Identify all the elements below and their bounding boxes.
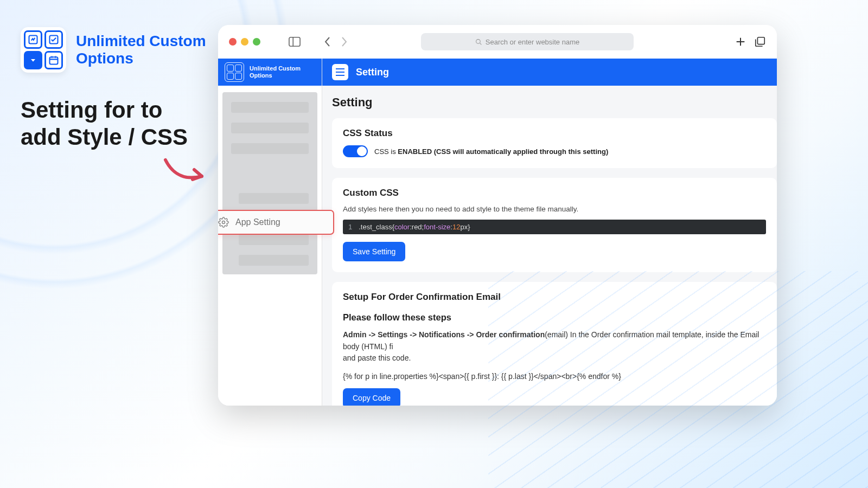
sidebar-item-placeholder <box>231 102 309 113</box>
address-bar[interactable]: Search or enter website name <box>421 33 634 50</box>
main-header: Setting <box>322 59 777 86</box>
steps-heading: Please follow these steps <box>343 312 766 323</box>
maximize-dot[interactable] <box>253 38 260 46</box>
sidebar-item-placeholder <box>239 255 309 266</box>
card-title: CSS Status <box>343 128 766 139</box>
arrow-icon <box>163 157 212 190</box>
page-heading: Setting <box>332 95 777 110</box>
gear-icon <box>218 217 229 228</box>
app-logo <box>21 27 66 73</box>
sidebar-toggle-icon[interactable] <box>289 36 301 47</box>
new-tab-button[interactable] <box>735 36 746 48</box>
browser-toolbar: Search or enter website name <box>218 25 777 59</box>
code-content: .test_class{color:red;font-size:12px} <box>359 223 470 231</box>
promo-headline: Setting for to add Style / CSS <box>21 97 188 151</box>
minimize-dot[interactable] <box>241 38 248 46</box>
sidebar-item-app-setting[interactable]: App Setting <box>218 210 334 235</box>
sidebar-item-placeholder <box>239 234 309 245</box>
card-subtitle: Add styles here then you no need to add … <box>343 205 766 213</box>
promo-title: Unlimited Custom Options <box>76 33 206 67</box>
forward-button[interactable] <box>340 36 348 47</box>
browser-window: Search or enter website name Unlimited C… <box>218 25 777 406</box>
svg-point-5 <box>476 39 480 43</box>
css-status-text: CSS is ENABLED (CSS will automatically a… <box>374 147 608 156</box>
css-status-toggle[interactable] <box>343 145 368 157</box>
sidebar-logo-icon <box>225 62 244 82</box>
card-css-status: CSS Status CSS is ENABLED (CSS will auto… <box>332 118 777 168</box>
svg-rect-3 <box>289 37 300 47</box>
back-button[interactable] <box>323 36 332 47</box>
logo-cell-upload-icon <box>24 30 42 49</box>
sidebar: Unlimited Custom Options App Setting <box>218 59 322 406</box>
tabs-button[interactable] <box>754 36 766 48</box>
sidebar-header: Unlimited Custom Options <box>218 59 322 86</box>
sidebar-brand: Unlimited Custom Options <box>250 65 301 79</box>
css-editor[interactable]: 1 .test_class{color:red;font-size:12px} <box>343 220 766 234</box>
app-shell: Unlimited Custom Options App Setting <box>218 59 777 406</box>
menu-toggle-button[interactable] <box>332 64 348 80</box>
logo-cell-dropdown-icon <box>24 51 42 69</box>
copy-code-button[interactable]: Copy Code <box>343 388 400 406</box>
sidebar-item-placeholder <box>231 143 309 154</box>
close-dot[interactable] <box>229 38 237 46</box>
sidebar-menu <box>222 92 317 274</box>
promo-logo-row: Unlimited Custom Options <box>21 27 206 73</box>
address-bar-placeholder: Search or enter website name <box>486 38 579 46</box>
svg-rect-2 <box>50 57 58 64</box>
logo-cell-calendar-icon <box>44 51 63 69</box>
logo-cell-check-icon <box>44 30 63 49</box>
card-email-setup: Setup For Order Confirmation Email Pleas… <box>332 282 777 406</box>
card-custom-css: Custom CSS Add styles here then you no n… <box>332 178 777 272</box>
sidebar-item-placeholder <box>231 123 309 133</box>
steps-text: Admin -> Settings -> Notifications -> Or… <box>343 329 766 352</box>
card-title: Custom CSS <box>343 188 766 198</box>
page-body: Setting CSS Status CSS is ENABLED (CSS w… <box>322 86 777 406</box>
save-setting-button[interactable]: Save Setting <box>343 242 405 261</box>
steps-text-line2: and paste this code. <box>343 352 766 364</box>
card-title: Setup For Order Confirmation Email <box>343 292 766 303</box>
sidebar-item-placeholder <box>239 193 309 204</box>
header-title: Setting <box>356 67 389 78</box>
sidebar-item-label: App Setting <box>235 217 280 227</box>
svg-point-7 <box>222 221 225 224</box>
main-panel: Setting Setting CSS Status CSS is ENABLE… <box>322 59 777 406</box>
email-code-snippet: {% for p in line.properties %}<span>{{ p… <box>343 372 766 381</box>
traffic-lights <box>229 38 260 46</box>
line-number: 1 <box>348 223 352 231</box>
svg-rect-6 <box>757 37 764 44</box>
search-icon <box>475 38 482 46</box>
